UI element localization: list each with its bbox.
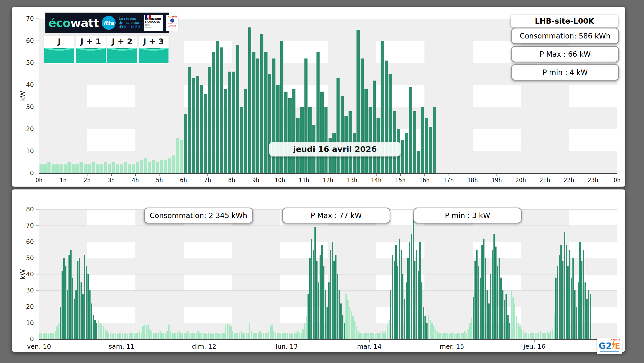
bar — [273, 331, 274, 339]
bar — [197, 331, 199, 339]
bar — [180, 333, 182, 339]
bar — [424, 316, 426, 339]
bar — [118, 333, 120, 339]
bar — [115, 333, 116, 339]
bar — [148, 162, 151, 173]
bar — [326, 307, 328, 339]
bar — [358, 331, 359, 339]
bar — [89, 290, 90, 339]
y-axis-title: kW — [19, 91, 26, 101]
bar — [284, 92, 288, 173]
x-axis-tick — [449, 174, 449, 176]
y-axis-label: 20 — [26, 303, 34, 310]
bar — [139, 331, 140, 339]
ademe-globe-icon — [170, 18, 174, 23]
x-axis-tick — [184, 174, 184, 176]
y-axis-tick — [36, 173, 39, 173]
bar — [253, 333, 254, 339]
bar — [156, 333, 157, 339]
bar — [158, 333, 159, 339]
forecast-badge-label: J + 2 — [107, 36, 137, 47]
x-axis-day-label: ven. 10 — [27, 343, 51, 350]
weekly-chart-plot[interactable]: 01020304050607080ven. 10sam. 11dim. 12lu… — [39, 209, 617, 340]
checker-cell — [87, 274, 135, 290]
ecowatt-eco-text: éco — [48, 16, 70, 30]
bar — [98, 320, 99, 339]
bar — [387, 325, 388, 339]
bar — [240, 107, 243, 173]
bar — [200, 85, 203, 173]
bar — [397, 266, 398, 339]
forecast-badge-j3: J + 3 — [139, 36, 169, 63]
bar — [352, 316, 354, 339]
bar — [122, 333, 123, 339]
bar — [461, 333, 462, 339]
bar — [84, 255, 85, 339]
bar — [542, 333, 543, 339]
bar — [86, 266, 87, 339]
checker-cell — [569, 85, 617, 107]
bar — [474, 261, 476, 339]
bar — [264, 52, 267, 173]
bar — [316, 261, 318, 339]
republique-name: RÉPUBLIQUE FRANÇAISE — [145, 18, 162, 23]
bar — [567, 266, 569, 339]
ecowatt-logo: écowatt Rte Le réseau de transport d'éle… — [45, 13, 169, 33]
bar — [70, 250, 72, 339]
bar — [385, 331, 386, 339]
x-axis-tick — [39, 174, 39, 176]
g2e-g2-text: G2 — [599, 341, 612, 351]
current-date-label: jeudi 16 avril 2026 — [269, 142, 401, 156]
bar — [241, 331, 242, 339]
bar — [224, 89, 227, 173]
bar — [450, 333, 452, 339]
bar — [571, 278, 572, 339]
y-axis-label: 0 — [30, 170, 34, 177]
checker-cell — [184, 307, 232, 323]
bar — [328, 282, 330, 339]
bar — [476, 250, 478, 339]
bar — [380, 333, 381, 339]
bar — [112, 334, 113, 339]
bar — [454, 333, 455, 339]
bar — [405, 133, 408, 173]
bar — [184, 333, 185, 339]
bar — [590, 294, 591, 339]
bar — [259, 331, 261, 339]
bar — [306, 316, 307, 339]
bar — [488, 303, 490, 339]
bar — [566, 245, 567, 339]
bar — [407, 258, 409, 339]
bar — [235, 333, 237, 339]
bar — [502, 290, 503, 339]
x-axis-tick — [232, 174, 232, 176]
bar — [215, 333, 216, 339]
bar — [409, 87, 412, 173]
bar — [526, 333, 527, 339]
bar — [295, 333, 297, 339]
x-axis-hour-label: 0h — [35, 177, 43, 183]
y-axis-tick — [36, 19, 39, 19]
bar — [287, 333, 288, 339]
bar — [189, 333, 190, 339]
x-axis-hour-label: 6h — [180, 177, 187, 183]
rte-tagline-line: de transport — [119, 21, 141, 25]
bar — [278, 333, 280, 339]
bar — [175, 333, 176, 339]
bar — [572, 258, 574, 339]
bar — [416, 250, 417, 339]
forecast-badge-j2: J + 2 — [107, 36, 137, 63]
y-axis-label: 0 — [30, 336, 34, 343]
y-axis-label: 30 — [26, 287, 34, 294]
bar — [340, 303, 342, 339]
bar — [244, 333, 245, 339]
bar — [72, 278, 73, 339]
bar — [574, 290, 576, 339]
bar — [147, 325, 149, 339]
bar — [94, 320, 95, 339]
bar — [81, 282, 82, 339]
bar — [100, 323, 101, 339]
bar — [232, 331, 233, 339]
bar — [144, 325, 145, 339]
bar — [176, 138, 179, 173]
